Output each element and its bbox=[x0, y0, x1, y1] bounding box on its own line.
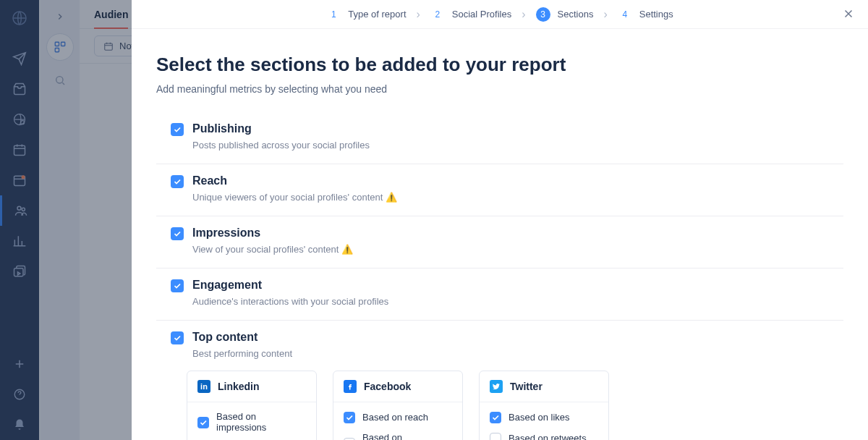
option-facebook-reach[interactable]: Based on reach bbox=[344, 411, 452, 423]
card-facebook: Facebook Based on reach Based on impress… bbox=[333, 371, 463, 440]
section-desc: Audience's interactions with your social… bbox=[192, 296, 388, 307]
section-desc: Unique viewers of your social profiles' … bbox=[192, 192, 397, 203]
checkbox-impressions[interactable] bbox=[171, 227, 184, 240]
checkbox-icon bbox=[197, 417, 209, 428]
chevron-right-icon: › bbox=[417, 8, 420, 21]
breadcrumb-step-1[interactable]: 1 Type of report bbox=[326, 7, 406, 22]
checkbox-reach[interactable] bbox=[171, 175, 184, 188]
section-title: Publishing bbox=[192, 122, 370, 135]
section-reach: Reach Unique viewers of your social prof… bbox=[156, 164, 843, 216]
warning-icon: ⚠️ bbox=[341, 244, 353, 255]
section-impressions: Impressions View of your social profiles… bbox=[156, 216, 843, 268]
checkbox-engagement[interactable] bbox=[171, 279, 184, 292]
option-twitter-likes[interactable]: Based on likes bbox=[490, 411, 598, 423]
chevron-right-icon: › bbox=[522, 8, 525, 21]
close-icon bbox=[842, 7, 855, 20]
linkedin-icon: in bbox=[197, 380, 210, 393]
card-title: Twitter bbox=[510, 381, 542, 392]
section-top-content: Top content Best performing content in L… bbox=[156, 321, 843, 440]
checkbox-icon bbox=[344, 412, 355, 423]
report-wizard-modal: 1 Type of report › 2 Social Profiles › 3… bbox=[132, 0, 868, 440]
checkbox-top-content[interactable] bbox=[171, 331, 184, 344]
close-button[interactable] bbox=[842, 7, 855, 23]
section-title: Engagement bbox=[192, 279, 388, 292]
section-engagement: Engagement Audience's interactions with … bbox=[156, 268, 843, 321]
checkbox-icon bbox=[344, 438, 355, 441]
breadcrumb-step-3[interactable]: 3 Sections bbox=[536, 7, 594, 22]
warning-icon: ⚠️ bbox=[386, 192, 397, 203]
twitter-icon bbox=[490, 380, 503, 393]
modal-subtitle: Add meaningful metrics by selecting what… bbox=[156, 83, 843, 95]
card-title: Facebook bbox=[364, 381, 411, 392]
option-twitter-retweets[interactable]: Based on retweets bbox=[490, 432, 598, 440]
facebook-icon bbox=[344, 380, 357, 393]
checkbox-publishing[interactable] bbox=[171, 123, 184, 136]
section-title: Top content bbox=[192, 331, 292, 344]
card-title: Linkedin bbox=[218, 381, 260, 392]
section-desc: Posts published across your social profi… bbox=[192, 140, 370, 151]
modal-title: Select the sections to be added to your … bbox=[156, 54, 843, 76]
section-publishing: Publishing Posts published across your s… bbox=[156, 112, 843, 164]
card-twitter: Twitter Based on likes Based on retweets bbox=[479, 371, 609, 440]
breadcrumb-step-2[interactable]: 2 Social Profiles bbox=[430, 7, 511, 22]
breadcrumb-step-4[interactable]: 4 Settings bbox=[618, 7, 673, 22]
option-facebook-impressions[interactable]: Based on impressions bbox=[344, 432, 452, 440]
section-title: Impressions bbox=[192, 227, 353, 240]
wizard-breadcrumb: 1 Type of report › 2 Social Profiles › 3… bbox=[132, 0, 868, 29]
chevron-right-icon: › bbox=[603, 8, 607, 21]
section-desc: View of your social profiles' content ⚠️ bbox=[192, 244, 353, 255]
section-title: Reach bbox=[192, 174, 397, 187]
option-linkedin-impressions[interactable]: Based on impressions bbox=[197, 411, 306, 433]
section-desc: Best performing content bbox=[192, 348, 292, 359]
checkbox-icon bbox=[490, 412, 501, 423]
checkbox-icon bbox=[490, 433, 501, 440]
card-linkedin: in Linkedin Based on impressions Based o… bbox=[187, 371, 317, 440]
